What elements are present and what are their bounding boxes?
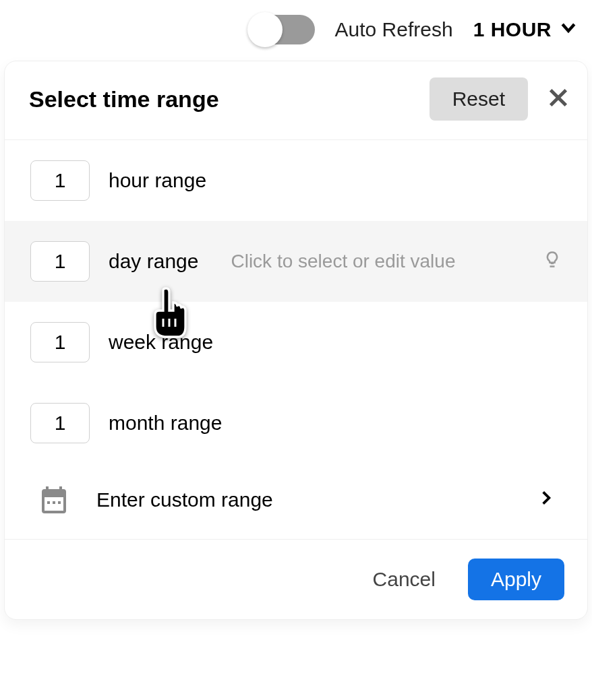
week-value-input[interactable]: 1 xyxy=(30,322,90,362)
toggle-knob xyxy=(247,12,283,47)
popover-header: Select time range Reset xyxy=(5,61,587,140)
auto-refresh-toggle[interactable] xyxy=(250,15,315,44)
month-value-input[interactable]: 1 xyxy=(30,403,90,443)
week-label: week range xyxy=(109,331,213,354)
reset-button[interactable]: Reset xyxy=(430,77,528,121)
lightbulb-icon xyxy=(543,250,562,274)
auto-refresh-label: Auto Refresh xyxy=(335,18,453,41)
current-range-dropdown[interactable]: 1 HOUR xyxy=(473,18,579,42)
row-hint-text: Click to select or edit value xyxy=(231,251,524,272)
close-button[interactable] xyxy=(547,86,570,112)
range-row-week[interactable]: 1 week range xyxy=(5,302,587,383)
cancel-button[interactable]: Cancel xyxy=(359,559,449,600)
calendar-icon xyxy=(30,484,78,516)
time-range-popover: Select time range Reset 1 hour range 1 d… xyxy=(4,61,588,620)
day-label: day range xyxy=(109,250,198,273)
range-row-day[interactable]: 1 day range Click to select or edit valu… xyxy=(5,221,587,302)
hour-label: hour range xyxy=(109,169,206,192)
range-row-hour[interactable]: 1 hour range xyxy=(5,140,587,221)
custom-range-row[interactable]: Enter custom range xyxy=(5,464,587,539)
chevron-right-icon xyxy=(537,488,555,511)
popover-title: Select time range xyxy=(29,86,430,113)
current-range-text: 1 HOUR xyxy=(473,18,552,41)
apply-button[interactable]: Apply xyxy=(468,559,564,600)
chevron-down-icon xyxy=(558,18,579,42)
custom-range-label: Enter custom range xyxy=(96,488,273,511)
toolbar: Auto Refresh 1 HOUR xyxy=(0,0,592,51)
close-icon xyxy=(547,86,570,109)
hour-value-input[interactable]: 1 xyxy=(30,160,90,201)
range-row-month[interactable]: 1 month range xyxy=(5,383,587,464)
month-label: month range xyxy=(109,412,222,435)
day-value-input[interactable]: 1 xyxy=(30,241,90,282)
popover-footer: Cancel Apply xyxy=(5,539,587,619)
